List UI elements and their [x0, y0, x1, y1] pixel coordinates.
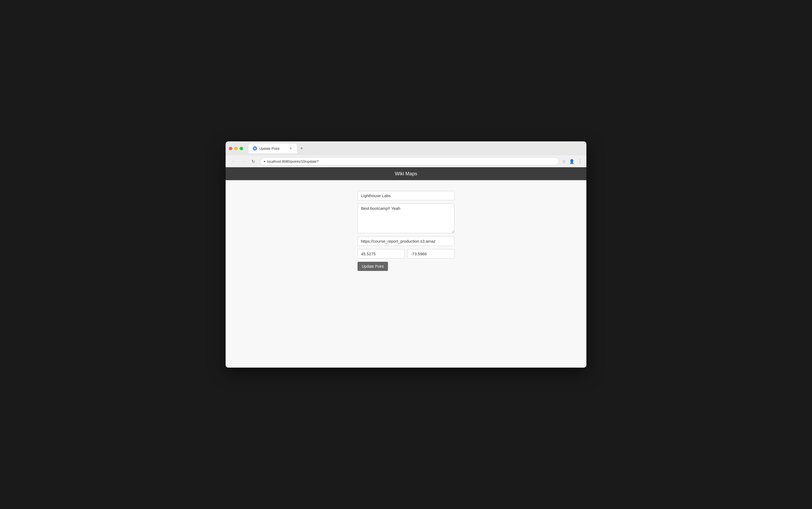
point-longitude-input[interactable] [408, 249, 455, 259]
coords-row [357, 249, 455, 259]
address-bar-input-wrap[interactable]: ● [260, 157, 559, 165]
reload-button[interactable]: ↻ [249, 158, 257, 165]
forward-button[interactable]: → [240, 158, 247, 165]
tab-close-button[interactable]: ✕ [288, 146, 293, 150]
traffic-lights [229, 147, 243, 150]
tab-favicon: W [253, 146, 257, 150]
new-tab-button[interactable]: + [298, 145, 305, 152]
close-traffic-light[interactable] [229, 147, 232, 150]
page-content: Best bootcamp!! Yeah Update Point [225, 180, 587, 368]
tab-bar: W Update Point ✕ + [248, 143, 583, 153]
maximize-traffic-light[interactable] [240, 147, 243, 150]
point-latitude-input[interactable] [357, 249, 404, 259]
point-description-input[interactable]: Best bootcamp!! Yeah [357, 204, 455, 233]
update-point-form: Best bootcamp!! Yeah Update Point [357, 191, 455, 357]
browser-window: W Update Point ✕ + ← → ↻ ● ☆ 👤 ⋮ Wiki Ma… [225, 141, 587, 368]
account-icon[interactable]: 👤 [569, 159, 574, 164]
browser-toolbar-icons: ☆ 👤 ⋮ [562, 159, 582, 164]
address-bar: ← → ↻ ● ☆ 👤 ⋮ [225, 156, 587, 167]
active-tab[interactable]: W Update Point ✕ [248, 143, 297, 153]
lock-icon: ● [263, 160, 266, 163]
minimize-traffic-light[interactable] [234, 147, 238, 150]
app-navbar: Wiki Maps [225, 167, 587, 180]
star-icon[interactable]: ☆ [562, 159, 566, 164]
app-title: Wiki Maps [395, 171, 417, 177]
update-point-button[interactable]: Update Point [357, 262, 388, 271]
title-bar: W Update Point ✕ + [225, 141, 587, 156]
address-input[interactable] [267, 160, 556, 164]
menu-icon[interactable]: ⋮ [578, 159, 582, 164]
point-image-url-input[interactable] [357, 236, 455, 246]
point-name-input[interactable] [357, 191, 455, 200]
back-button[interactable]: ← [230, 158, 238, 165]
nav-buttons: ← → ↻ [230, 158, 257, 165]
tab-title: Update Point [259, 146, 286, 150]
